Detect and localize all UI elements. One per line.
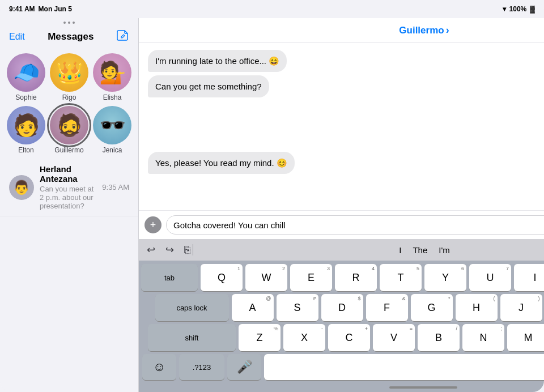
autocorrect-left: ↩ ↪ ⎘	[144, 242, 193, 257]
shift-left-key[interactable]: shift	[148, 324, 236, 351]
emoji-key[interactable]: ☺	[142, 354, 176, 380]
suggestion-2[interactable]: The	[413, 245, 427, 255]
numsym-label: .?123	[193, 364, 211, 371]
redo-button[interactable]: ↪	[163, 242, 176, 257]
undo-button[interactable]: ↩	[144, 242, 158, 257]
shift-left-label: shift	[185, 334, 199, 342]
key-y[interactable]: 6 Y	[424, 264, 466, 291]
tab-key[interactable]: tab	[141, 264, 198, 291]
conv-info-herland: Herland Antezana Can you meet at 2 p.m. …	[40, 164, 96, 210]
key-w[interactable]: 2 W	[245, 264, 287, 291]
plus-icon: +	[150, 219, 156, 231]
paste-button[interactable]: ⎘	[182, 243, 193, 257]
avatar-label-jenica: Jenica	[103, 146, 122, 154]
autocorrect-suggestions: I The I'm	[193, 245, 544, 255]
mic-key[interactable]: 🎤	[227, 354, 261, 380]
chevron-icon: ›	[446, 24, 449, 36]
sidebar-header: Edit Messages	[0, 24, 138, 49]
avatar-rigo: 👑	[50, 53, 88, 92]
delivered-label: Delivered	[148, 203, 544, 210]
drag-indicator	[0, 18, 138, 24]
avatar-elisha: 💁	[93, 53, 131, 92]
key-c[interactable]: + C	[328, 324, 370, 351]
key-a[interactable]: @ A	[232, 294, 274, 321]
avatar-guillermo: 🧔	[50, 106, 88, 144]
avatar-jenica: 🕶️	[93, 106, 131, 144]
space-key[interactable]	[264, 354, 544, 380]
key-s[interactable]: # S	[277, 294, 318, 321]
edit-button[interactable]: Edit	[9, 32, 25, 42]
avatar-item-sophie[interactable]: 🧢 Sophie	[7, 53, 45, 101]
bubble-received-2: Can you get me something?	[148, 75, 269, 97]
suggestion-1[interactable]: I	[399, 245, 401, 255]
autocorrect-bar: ↩ ↪ ⎘ I The I'm	[139, 239, 544, 261]
avatar-item-rigo[interactable]: 👑 Rigo	[50, 53, 88, 101]
compose-button[interactable]	[117, 29, 129, 45]
key-j[interactable]: ) J	[500, 294, 542, 321]
key-g[interactable]: * G	[411, 294, 453, 321]
conversation-herland[interactable]: 👨 Herland Antezana Can you meet at 2 p.m…	[0, 159, 138, 216]
key-z[interactable]: % Z	[239, 324, 280, 351]
key-m[interactable]: : M	[507, 324, 544, 351]
sidebar-title: Messages	[48, 31, 94, 42]
key-u[interactable]: 7 U	[469, 264, 511, 291]
key-e[interactable]: 3 E	[290, 264, 332, 291]
key-q[interactable]: 1 Q	[201, 264, 243, 291]
key-x[interactable]: - X	[283, 324, 325, 351]
keyboard-row-3: shift % Z - X + C = V	[141, 324, 544, 351]
sidebar: Edit Messages 🧢 Sophie	[0, 18, 139, 392]
keyboard-row-1: tab 1 Q 2 W 3 E 4 R	[141, 264, 544, 291]
avatar-label-elton: Elton	[18, 146, 33, 154]
key-n[interactable]: ; N	[462, 324, 504, 351]
chat-panel: Guillermo › I'm running late to the offi…	[139, 18, 544, 392]
caps-lock-key[interactable]: caps lock	[155, 294, 229, 321]
key-i[interactable]: 8 I	[514, 264, 544, 291]
chat-contact-name: Guillermo	[399, 25, 444, 36]
keyboard-row-2: caps lock @ A # S $ D & F	[141, 294, 544, 321]
key-h[interactable]: ( H	[456, 294, 498, 321]
avatar-item-elisha[interactable]: 💁 Elisha	[93, 53, 131, 101]
avatar-label-guillermo: Guillermo	[54, 146, 83, 154]
app-container: Edit Messages 🧢 Sophie	[0, 18, 544, 392]
messages-area: I'm running late to the office... 😄 Can …	[139, 43, 544, 210]
battery-icon: ▓	[530, 5, 535, 13]
date: Mon Jun 5	[39, 5, 72, 13]
avatar-label-rigo: Rigo	[62, 93, 76, 101]
keyboard: tab 1 Q 2 W 3 E 4 R	[139, 261, 544, 392]
keyboard-row-4: ☺ .?123 🎤 .?123 𝓑 ⌨	[141, 354, 544, 380]
message-input[interactable]	[166, 215, 544, 235]
message-6: I know you're a bagel aficionado.	[148, 177, 544, 199]
avatar-item-elton[interactable]: 🧑 Elton	[7, 106, 45, 154]
avatar-label-elisha: Elisha	[103, 93, 122, 101]
key-t[interactable]: 5 T	[380, 264, 422, 291]
key-b[interactable]: / B	[418, 324, 460, 351]
bubble-received-1: I'm running late to the office... 😄	[148, 50, 287, 72]
num-sym-key-left[interactable]: .?123	[179, 354, 224, 380]
key-f[interactable]: & F	[366, 294, 408, 321]
input-area: + ↑	[139, 210, 544, 239]
add-attachment-button[interactable]: +	[144, 216, 162, 233]
message-4: How about a bagel? 🥯	[148, 126, 544, 148]
chat-header: Guillermo ›	[139, 18, 544, 43]
battery: 100%	[509, 5, 527, 13]
wifi-icon: ▾	[503, 5, 506, 13]
key-v[interactable]: = V	[373, 324, 415, 351]
home-indicator	[389, 386, 457, 389]
message-2: Can you get me something?	[148, 75, 544, 97]
avatar-label-sophie: Sophie	[15, 93, 36, 101]
avatar-sophie: 🧢	[7, 53, 45, 92]
home-indicator-area	[141, 383, 544, 390]
key-d[interactable]: $ D	[321, 294, 363, 321]
bubble-received-5: Yes, please! You read my mind. 😊	[148, 152, 295, 174]
caps-label: caps lock	[176, 304, 207, 312]
conv-name-herland: Herland Antezana	[40, 164, 96, 184]
avatar-item-guillermo[interactable]: 🧔 Guillermo	[50, 106, 88, 154]
chat-contact-title[interactable]: Guillermo ›	[399, 24, 449, 36]
avatar-elton: 🧑	[7, 106, 45, 144]
key-r[interactable]: 4 R	[335, 264, 377, 291]
avatar-item-jenica[interactable]: 🕶️ Jenica	[93, 106, 131, 154]
avatar-grid: 🧢 Sophie 👑 Rigo 💁 Elisha �	[0, 49, 138, 159]
suggestion-3[interactable]: I'm	[439, 245, 450, 255]
conv-avatar-herland: 👨	[9, 175, 34, 200]
message-5: Yes, please! You read my mind. 😊	[148, 152, 544, 174]
